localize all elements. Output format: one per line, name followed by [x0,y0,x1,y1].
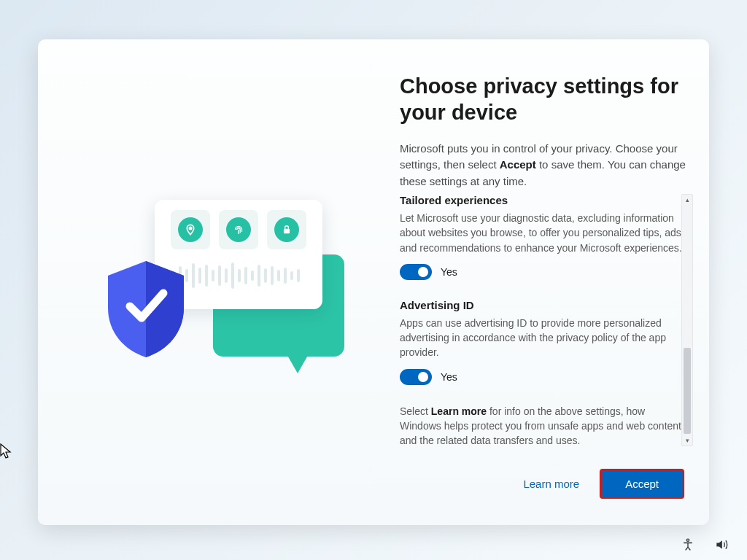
setting-description: Apps can use advertising ID to provide m… [400,316,684,360]
mouse-cursor-icon [0,443,12,459]
header-block: Choose privacy settings for your device … [400,73,692,190]
setting-title: Advertising ID [400,299,684,311]
setting-advertising-id: Advertising ID Apps can use advertising … [400,299,684,385]
setting-description: Let Microsoft use your diagnostic data, … [400,211,684,255]
accessibility-icon[interactable] [678,535,697,554]
volume-icon[interactable] [712,535,731,554]
learn-text-bold: Learn more [431,405,487,417]
location-pin-icon [171,210,210,249]
settings-scroll-area[interactable]: Tailored experiences Let Microsoft use y… [400,194,684,445]
chat-bubble-tail [286,353,309,373]
setting-title: Tailored experiences [400,194,684,206]
footer-actions: Learn more Accept [519,469,684,499]
lock-icon [267,210,306,249]
subtitle-bold: Accept [500,158,536,171]
waveform-shape [172,262,300,289]
learn-text-pre: Select [400,405,431,417]
oobe-card: Choose privacy settings for your device … [38,39,709,525]
setting-tailored-experiences: Tailored experiences Let Microsoft use y… [400,194,684,280]
advertising-id-toggle[interactable] [400,369,432,385]
tailored-experiences-toggle[interactable] [400,264,432,280]
system-tray [678,535,731,554]
fingerprint-icon [219,210,258,249]
learn-more-button[interactable]: Learn more [519,470,584,497]
toggle-value-label: Yes [441,371,457,383]
learn-more-paragraph: Select Learn more for info on the above … [400,404,684,445]
accept-button[interactable]: Accept [600,469,684,499]
scrollbar-thumb[interactable] [684,348,691,434]
svg-point-0 [189,227,191,229]
svg-rect-1 [284,229,290,233]
shield-check-icon [102,258,190,360]
page-title: Choose privacy settings for your device [400,73,692,126]
scrollbar-track[interactable]: ▴ ▾ [681,194,693,446]
scroll-down-button[interactable]: ▾ [682,435,692,446]
toggle-value-label: Yes [441,266,457,278]
svg-point-2 [686,539,689,541]
privacy-illustration [74,200,344,404]
page-subtitle: Microsoft puts you in control of your pr… [400,141,692,190]
scroll-up-button[interactable]: ▴ [682,195,692,205]
